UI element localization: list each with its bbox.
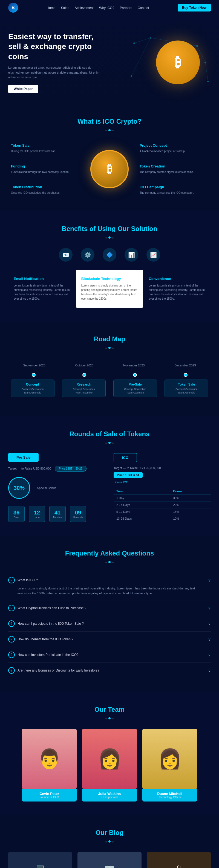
faq-icon: ?: [8, 667, 15, 674]
countdown-box: 36Days: [8, 506, 25, 522]
faq-item: ? How can I participate in the ICO Token…: [8, 616, 211, 631]
benefit-card: ConvenienceLorem ipsum is simply dummy t…: [143, 270, 211, 308]
faq-q-left: ? What Cryptocurrencies can I use to Pur…: [8, 605, 86, 611]
nav-links: HomeSalesAchievementWhy ICO?PartnersCont…: [47, 5, 149, 10]
nav-link[interactable]: Home: [47, 6, 56, 10]
team-photo: 👩: [142, 729, 197, 789]
blog-grid: 💻 Steps to Launching a Successful ICO A …: [8, 852, 211, 868]
bonus-table-row: 13-28 Days10%: [114, 515, 211, 522]
faq-question[interactable]: ? What Cryptocurrencies can I use to Pur…: [8, 605, 211, 611]
benefit-icon: 📈: [147, 248, 160, 261]
presale-price-badge: Price 1 BIT = $0.25: [55, 466, 87, 471]
team-name: Julia Watkins: [85, 792, 134, 796]
chevron-down-icon: ∨: [208, 653, 211, 657]
ico-item: FundingFunds raised through the ICO comp…: [8, 161, 82, 177]
faq-question[interactable]: ? How can Investors Participate in the I…: [8, 652, 211, 658]
nav-link[interactable]: Sales: [61, 6, 69, 10]
faq-q-left: ? How can Investors Participate in the I…: [8, 652, 79, 658]
roadmap-line: [8, 370, 211, 370]
faq-list: ? What is ICO ? ∨ Lorem ipsum is simply …: [8, 572, 211, 678]
faq-q-left: ? How can I participate in the ICO Token…: [8, 620, 84, 627]
team-role: Founder & CEO: [25, 796, 74, 799]
blog-section: Our Blog 💻 Steps to Launching a Successf…: [0, 815, 219, 868]
ico-item: Token CreationThe company creates digita…: [137, 161, 211, 177]
presale-countdown: 36Days12Hours41Minutes09Seconds: [8, 506, 105, 522]
benefit-icon: 🔷: [103, 248, 116, 261]
blog-image: ⌨️: [77, 852, 141, 868]
faq-question[interactable]: ? Are there any Bonuses or Discounts for…: [8, 667, 211, 674]
bonus-table-row: 5-12 Days15%: [114, 508, 211, 515]
ico-item: Token DistributionOnce the ICO concludes…: [8, 182, 82, 197]
roadmap-title: Road Map: [8, 335, 211, 343]
section-dots-4: [8, 440, 211, 445]
faq-item: ? How do I benefit from the ICO Token ? …: [8, 631, 211, 647]
ico-column: ICO Target — to Raise USD 20,000,000 Pri…: [114, 453, 211, 522]
ico-tab[interactable]: ICO: [114, 453, 137, 462]
section-dots-3: [8, 345, 211, 350]
nav-logo: B: [8, 3, 18, 12]
blog-card: 💻 Steps to Launching a Successful ICO A …: [8, 852, 72, 868]
faq-item: ? How can Investors Participate in the I…: [8, 647, 211, 663]
faq-icon: ?: [8, 620, 15, 627]
team-section: Our Team 👨 Cevin Peter Founder & CEO 👩 J…: [0, 692, 219, 815]
team-info: Julia Watkins ICO Specialist: [82, 789, 137, 802]
countdown-box: 09Seconds: [70, 506, 86, 522]
hero-title: Easiest way to transfer, sell & exchange…: [8, 32, 101, 62]
faq-icon: ?: [8, 636, 15, 643]
roadmap-section: Road Map September 2023October 2023Novem…: [0, 321, 219, 416]
navbar: B HomeSalesAchievementWhy ICO?PartnersCo…: [0, 0, 219, 15]
faq-q-text: How can Investors Participate in the ICO…: [18, 653, 79, 657]
nav-link[interactable]: Why ICO?: [99, 6, 114, 10]
chevron-down-icon: ∨: [208, 578, 211, 582]
faq-question[interactable]: ? How can I participate in the ICO Token…: [8, 620, 211, 627]
roadmap-card: ConceptConcept GenerationTeam Assemble: [11, 379, 55, 397]
presale-tab[interactable]: Pre Sale: [8, 453, 39, 462]
bonus-table-row: 2 - 4 Days20%: [114, 502, 211, 508]
section-dots-6: [8, 716, 211, 720]
countdown-box: 41Minutes: [49, 506, 66, 522]
faq-question[interactable]: ? How do I benefit from the ICO Token ? …: [8, 636, 211, 643]
blog-image: 💻: [8, 852, 72, 868]
faq-icon: ?: [8, 577, 15, 583]
ico-center-coin: ₿: [90, 150, 129, 188]
faq-q-text: What is ICO ?: [18, 578, 38, 582]
team-info: Cevin Peter Founder & CEO: [22, 789, 77, 802]
blog-card: ⌨️ Steps to Launching a Successful ICO A…: [77, 852, 141, 868]
blog-card: ₿ Steps to Launching a Successful ICO A …: [147, 852, 211, 868]
hero-visual: ₿: [129, 35, 211, 90]
ico-grid: Token SaleDuring the ICO period, Investo…: [8, 141, 211, 197]
section-dots-5: [8, 559, 211, 564]
nav-link[interactable]: Partners: [120, 6, 132, 10]
team-name: Duane Mitchell: [145, 792, 194, 796]
ico-item: Project ConceptA blockchain-based projec…: [137, 141, 211, 156]
svg-line-6: [134, 38, 151, 43]
hero-section: Easiest way to transfer, sell & exchange…: [0, 15, 219, 104]
faq-q-left: ? Are there any Bonuses or Discounts for…: [8, 667, 99, 674]
team-card: 👩 Duane Mitchell Technology Officer: [142, 729, 197, 802]
roadmap-months: September 2023October 2023November 2023D…: [8, 364, 211, 367]
presale-bonus-label: Special Bonus: [37, 486, 56, 490]
buy-token-button[interactable]: Buy Token Now: [178, 4, 211, 11]
presale-bonus-circle: 30%: [8, 477, 30, 499]
roadmap-dots-row: [8, 373, 211, 377]
benefits-title: Benefits of Using Our Solution: [8, 225, 211, 232]
blog-image: ₿: [147, 852, 211, 868]
benefit-icon: 📧: [59, 248, 72, 261]
faq-question[interactable]: ? What is ICO ? ∨: [8, 577, 211, 583]
svg-line-8: [197, 46, 205, 62]
team-role: ICO Specialist: [85, 796, 134, 799]
token-sale-title: Rounds of Sale of Tokens: [8, 430, 211, 438]
svg-line-7: [151, 38, 197, 46]
presale-column: Pre Sale Target — to Raise USD 800,000 P…: [8, 453, 105, 522]
nav-link[interactable]: Contact: [138, 6, 149, 10]
network-graphic: [129, 35, 211, 90]
ico-price-badge: Price 1 BIT = $1: [114, 472, 143, 478]
team-card: 👨 Cevin Peter Founder & CEO: [22, 729, 77, 802]
chevron-down-icon: ∨: [208, 668, 211, 673]
nav-link[interactable]: Achievement: [75, 6, 94, 10]
whitepaper-button[interactable]: White Paper: [8, 85, 38, 93]
faq-q-text: How can I participate in the ICO Token S…: [18, 622, 84, 625]
faq-icon: ?: [8, 605, 15, 611]
ico-item: ICO CampaignThe company announces the IC…: [137, 182, 211, 197]
chevron-down-icon: ∨: [208, 606, 211, 610]
